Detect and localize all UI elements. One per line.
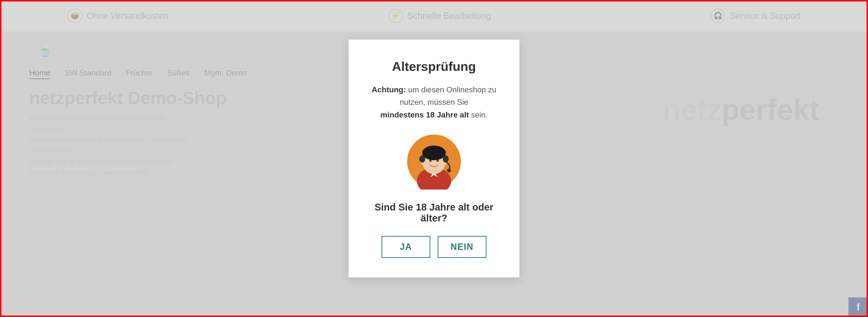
age-verification-modal: Altersprüfung Achtung: um diesen Onlines… (348, 39, 520, 278)
svg-point-13 (447, 169, 451, 172)
modal-text-bold-prefix: Achtung: (372, 85, 406, 94)
svg-point-11 (420, 155, 425, 163)
modal-text: Achtung: um diesen Onlineshop zu nutzen,… (368, 84, 500, 121)
modal-text-normal: um diesen Onlineshop zu nutzen, müssen S… (400, 85, 496, 107)
svg-point-10 (436, 160, 439, 162)
modal-text-suffix: sein. (469, 110, 488, 119)
no-button[interactable]: NEIN (438, 236, 487, 258)
svg-point-9 (429, 160, 432, 162)
modal-question: Sind Sie 18 Jahre alt oder älter? (368, 202, 500, 224)
modal-overlay: Altersprüfung Achtung: um diesen Onlines… (0, 0, 868, 317)
modal-text-bold: mindestens 18 Jahre alt (380, 110, 469, 119)
modal-title: Altersprüfung (392, 59, 476, 74)
yes-button[interactable]: JA (381, 236, 430, 258)
modal-buttons: JA NEIN (381, 236, 487, 258)
avatar-illustration (406, 133, 462, 190)
